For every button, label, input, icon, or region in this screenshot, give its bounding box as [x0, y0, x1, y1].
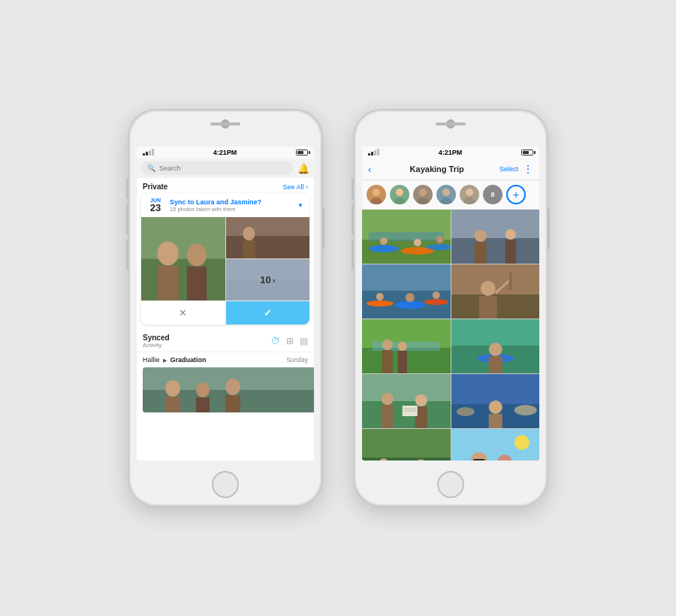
svg-point-50 — [376, 293, 384, 300]
photo-grid-cell-6[interactable] — [451, 319, 540, 373]
photo-grid-cell-5[interactable] — [362, 319, 451, 373]
svg-point-91 — [417, 459, 426, 460]
avatar-3[interactable] — [413, 185, 433, 204]
search-bar[interactable]: 🔍 — [141, 162, 293, 175]
svg-rect-15 — [165, 397, 180, 412]
notification-icon[interactable]: 🔔 — [297, 163, 309, 174]
avatar-2[interactable] — [390, 185, 409, 204]
volume-down-button[interactable] — [126, 240, 128, 270]
svg-point-95 — [470, 452, 487, 460]
svg-point-36 — [380, 237, 388, 245]
svg-point-83 — [514, 405, 536, 415]
see-all-button[interactable]: See All › — [282, 183, 308, 191]
signal-icon — [143, 149, 154, 156]
synced-header: Synced Activity ⏱ ⊞ ▤ — [137, 331, 314, 352]
nav-bar: ‹ Kayaking Trip Select ⋮ — [362, 159, 539, 180]
photo-grid-cell-1[interactable] — [362, 210, 451, 264]
svg-rect-53 — [451, 264, 540, 319]
clock-icon[interactable]: ⏱ — [271, 336, 280, 346]
grid-icon[interactable]: ⊞ — [286, 336, 294, 346]
photo-grid-cell-2[interactable] — [451, 210, 540, 264]
svg-rect-32 — [369, 232, 444, 241]
mute-button-2[interactable] — [352, 178, 354, 199]
volume-down-button-2[interactable] — [352, 240, 354, 270]
battery-icon-2 — [521, 149, 533, 156]
more-options-icon[interactable]: ⋮ — [523, 163, 533, 175]
svg-point-84 — [488, 400, 502, 414]
svg-rect-1 — [141, 259, 225, 301]
svg-point-47 — [367, 300, 394, 306]
svg-rect-6 — [226, 217, 310, 258]
activity-time: Sunday — [286, 356, 308, 364]
svg-rect-39 — [451, 210, 540, 264]
svg-rect-86 — [362, 429, 451, 460]
volume-up-button[interactable] — [126, 204, 128, 234]
photo-grid-cell-8[interactable] — [451, 374, 540, 428]
home-button-2[interactable] — [437, 471, 464, 498]
sync-card-header: JUN 23 Sync to Laura and Jasmine? 15 pho… — [141, 193, 309, 217]
synced-section: Synced Activity ⏱ ⊞ ▤ Hallie ▶ Graduatio… — [137, 329, 314, 417]
list-icon[interactable]: ▤ — [300, 336, 308, 346]
avatar-4[interactable] — [436, 185, 456, 204]
svg-point-2 — [157, 241, 178, 265]
back-button[interactable]: ‹ — [368, 164, 371, 175]
svg-rect-44 — [505, 240, 515, 264]
activity-item[interactable]: Hallie ▶ Graduation Sunday — [137, 352, 314, 367]
photo-grid-cell-7[interactable] — [362, 374, 451, 428]
svg-rect-85 — [488, 414, 502, 428]
mute-button[interactable] — [126, 178, 128, 199]
svg-rect-80 — [451, 374, 540, 428]
svg-point-55 — [480, 281, 495, 296]
search-input[interactable] — [159, 165, 287, 172]
photo-grid-cell-10[interactable] — [451, 429, 540, 460]
svg-point-48 — [395, 301, 425, 309]
time-display-2: 4:21PM — [439, 149, 463, 156]
svg-point-4 — [187, 243, 207, 266]
activity-names: Hallie ▶ Graduation — [143, 356, 286, 364]
svg-point-68 — [476, 354, 514, 363]
confirm-button[interactable]: ✓ — [226, 301, 310, 325]
private-title: Private — [143, 183, 167, 191]
photo-cell-2 — [226, 217, 310, 258]
photo-grid-cell-4[interactable] — [451, 264, 540, 319]
photo-grid-cell-9[interactable] — [362, 429, 451, 460]
svg-rect-97 — [472, 459, 484, 460]
synced-subtitle: Activity — [143, 342, 170, 349]
power-button[interactable] — [322, 208, 324, 249]
svg-rect-74 — [382, 405, 394, 428]
svg-point-63 — [398, 342, 407, 351]
avatar-5[interactable] — [460, 185, 479, 204]
power-button-2[interactable] — [548, 208, 550, 249]
svg-rect-0 — [141, 217, 225, 300]
photo-grid — [362, 210, 539, 460]
add-avatar-button[interactable]: + — [506, 185, 526, 204]
svg-rect-66 — [451, 319, 540, 373]
activity-thumbnail — [143, 367, 314, 412]
svg-point-49 — [424, 299, 448, 305]
svg-rect-77 — [403, 406, 418, 416]
avatar-1[interactable] — [367, 185, 386, 204]
svg-point-75 — [415, 394, 427, 406]
svg-rect-40 — [451, 238, 540, 264]
avatar-count[interactable]: 8 — [483, 185, 502, 204]
home-button[interactable] — [212, 471, 239, 498]
select-button[interactable]: Select — [499, 165, 518, 173]
svg-point-33 — [369, 245, 399, 252]
svg-rect-61 — [373, 342, 440, 351]
svg-point-43 — [505, 229, 515, 240]
photo-grid-cell-3[interactable] — [362, 264, 451, 319]
svg-rect-11 — [226, 280, 310, 300]
sync-subtitle: 15 photos taken with them — [170, 206, 291, 213]
svg-point-25 — [417, 198, 429, 204]
cancel-button[interactable]: ✕ — [141, 301, 226, 325]
time-display: 4:21PM — [213, 149, 237, 156]
svg-rect-76 — [415, 406, 427, 428]
svg-rect-67 — [451, 346, 540, 373]
svg-rect-7 — [226, 236, 310, 258]
svg-rect-17 — [196, 397, 210, 412]
svg-point-51 — [406, 293, 415, 302]
svg-rect-70 — [488, 356, 502, 373]
volume-up-button-2[interactable] — [352, 204, 354, 234]
chevron-down-icon: ▼ — [297, 202, 303, 209]
svg-point-20 — [373, 189, 380, 196]
